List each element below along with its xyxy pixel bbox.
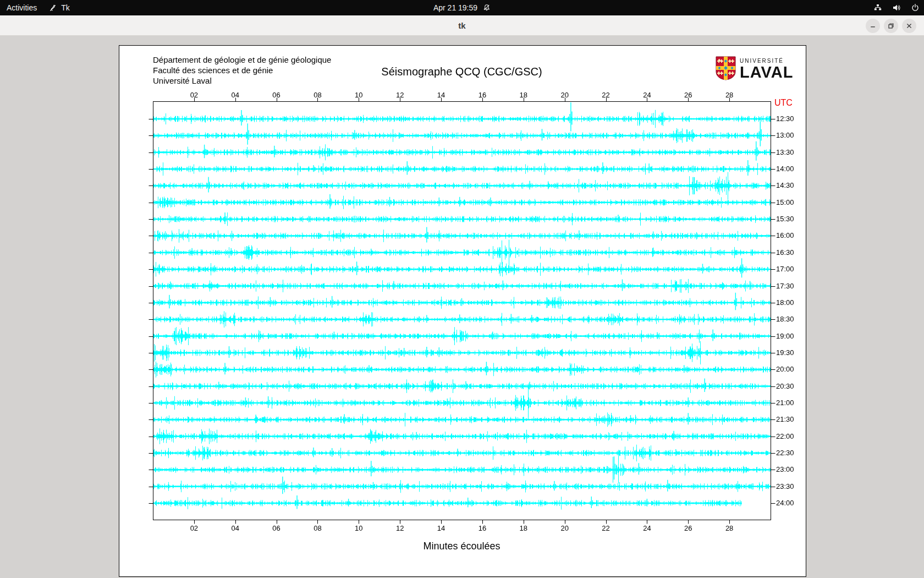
power-icon[interactable] — [911, 3, 920, 12]
x-tick-label-top: 22 — [595, 91, 617, 99]
close-icon — [905, 22, 913, 30]
x-tick-label-top: 24 — [636, 91, 658, 99]
x-tick-label-bottom: 12 — [389, 524, 411, 532]
row-time-label: 13:00 — [776, 131, 794, 139]
maximize-icon — [887, 22, 895, 30]
x-tick-label-bottom: 14 — [430, 524, 452, 532]
minimize-button[interactable] — [866, 19, 880, 33]
x-axis-title: Minutes écoulées — [153, 541, 771, 552]
row-time-label: 23:30 — [776, 482, 794, 490]
row-time-label: 22:00 — [776, 432, 794, 440]
tk-window-body: Département de géologie et de génie géol… — [0, 36, 924, 578]
x-tick-label-top: 14 — [430, 91, 452, 99]
x-tick-label-top: 12 — [389, 91, 411, 99]
window-titlebar[interactable]: tk — [0, 15, 924, 36]
x-tick-label-top: 08 — [306, 91, 328, 99]
x-tick-label-top: 18 — [513, 91, 535, 99]
minimize-icon — [869, 22, 877, 30]
row-time-label: 24:00 — [776, 499, 794, 507]
row-time-label: 20:00 — [776, 365, 794, 373]
maximize-button[interactable] — [884, 19, 898, 33]
row-time-label: 21:30 — [776, 415, 794, 423]
app-indicator-label: Tk — [61, 3, 70, 12]
tk-feather-icon — [49, 4, 57, 12]
row-time-label: 18:30 — [776, 315, 794, 323]
x-tick-label-bottom: 10 — [348, 524, 370, 532]
row-time-label: 21:00 — [776, 399, 794, 407]
gnome-top-bar: Activities Tk Apr 21 19:59 — [0, 0, 924, 15]
row-time-label: 22:30 — [776, 449, 794, 457]
row-time-label: 15:30 — [776, 215, 794, 223]
x-tick-label-top: 26 — [677, 91, 699, 99]
x-tick-label-bottom: 22 — [595, 524, 617, 532]
row-time-label: 14:00 — [776, 165, 794, 173]
seismograph-canvas: Département de géologie et de génie géol… — [119, 45, 806, 577]
row-time-label: 16:00 — [776, 231, 794, 239]
row-time-label: 16:30 — [776, 248, 794, 257]
x-tick-label-bottom: 20 — [554, 524, 576, 532]
x-tick-label-bottom: 08 — [306, 524, 328, 532]
app-indicator-tk[interactable]: Tk — [43, 0, 75, 15]
close-button[interactable] — [902, 19, 916, 33]
logo-laval-text: LAVAL — [740, 64, 793, 80]
row-time-label: 23:00 — [776, 465, 794, 473]
row-time-label: 17:30 — [776, 282, 794, 290]
volume-icon[interactable] — [892, 3, 901, 12]
row-time-label: 17:00 — [776, 265, 794, 273]
bell-muted-icon — [483, 4, 491, 12]
x-tick-label-top: 06 — [266, 91, 288, 99]
row-time-label: 14:30 — [776, 181, 794, 189]
institution-line-1: Département de géologie et de génie géol… — [153, 54, 331, 65]
x-tick-label-bottom: 02 — [183, 524, 205, 532]
universite-laval-logo: UNIVERSITÉ LAVAL — [716, 56, 793, 80]
row-time-label: 18:00 — [776, 298, 794, 307]
clock-label: Apr 21 19:59 — [433, 3, 477, 12]
x-tick-label-top: 10 — [348, 91, 370, 99]
x-tick-label-bottom: 26 — [677, 524, 699, 532]
x-tick-label-top: 04 — [224, 91, 246, 99]
helicorder-traces — [119, 46, 807, 577]
row-time-label: 15:00 — [776, 198, 794, 206]
network-icon[interactable] — [873, 3, 882, 12]
x-tick-label-top: 28 — [718, 91, 740, 99]
x-tick-label-bottom: 04 — [224, 524, 246, 532]
x-tick-label-bottom: 06 — [266, 524, 288, 532]
window-title: tk — [458, 21, 465, 30]
x-tick-label-top: 16 — [471, 91, 493, 99]
x-tick-label-bottom: 24 — [636, 524, 658, 532]
clock-button[interactable]: Apr 21 19:59 — [433, 0, 491, 15]
row-time-label: 13:30 — [776, 148, 794, 156]
x-tick-label-top: 02 — [183, 91, 205, 99]
row-time-label: 12:30 — [776, 114, 794, 123]
x-tick-label-top: 20 — [554, 91, 576, 99]
activities-label: Activities — [7, 3, 37, 12]
page-title: Séismographe QCQ (CGC/GSC) — [153, 66, 771, 78]
row-time-label: 20:30 — [776, 382, 794, 390]
x-tick-label-bottom: 18 — [513, 524, 535, 532]
x-tick-label-bottom: 16 — [471, 524, 493, 532]
activities-button[interactable]: Activities — [0, 0, 43, 15]
x-tick-label-bottom: 28 — [718, 524, 740, 532]
laval-shield-icon — [716, 56, 736, 80]
row-time-label: 19:00 — [776, 332, 794, 340]
row-time-label: 19:30 — [776, 348, 794, 357]
utc-axis-title: UTC — [774, 98, 793, 108]
